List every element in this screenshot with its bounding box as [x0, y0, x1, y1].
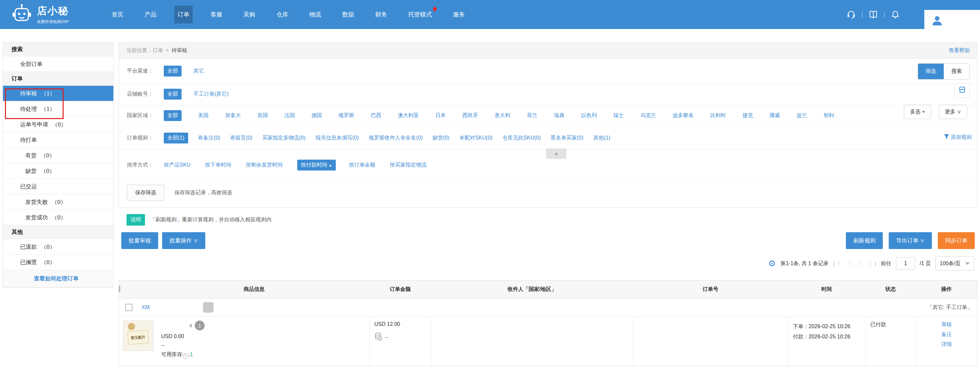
sort-option[interactable]: 按付款时间▲ — [297, 160, 336, 171]
country-option[interactable]: 俄罗斯 — [339, 112, 354, 119]
sidebar-item[interactable]: 发货失败 （0） — [3, 194, 113, 210]
country-option[interactable]: 瑞典 — [554, 112, 565, 119]
sidebar-item[interactable]: 已交运 — [3, 179, 113, 194]
toggle-filter[interactable]: 筛选 — [918, 64, 944, 79]
rule-option[interactable]: 全部(1) — [164, 132, 188, 144]
nav-item[interactable]: 服务 — [450, 6, 468, 24]
country-option[interactable]: 全部 — [164, 110, 181, 121]
country-option[interactable]: 比利时 — [710, 112, 726, 119]
country-option[interactable]: 以色列 — [581, 112, 597, 119]
platform-option[interactable]: 全部 — [164, 65, 181, 77]
multi-select-button[interactable]: 多选 + — [904, 105, 931, 119]
country-option[interactable]: 美国 — [198, 112, 208, 119]
operation-link[interactable]: 详情 — [942, 341, 952, 348]
nav-item[interactable]: 客服 — [207, 6, 226, 24]
headset-icon[interactable] — [846, 10, 856, 19]
sidebar-item[interactable]: 待审核 （1） — [3, 86, 113, 101]
sync-orders-button[interactable]: 同步订单 — [938, 232, 975, 249]
nav-item[interactable]: 首页 — [108, 6, 127, 24]
save-filter-button[interactable]: 保存筛选 — [127, 185, 164, 201]
nav-item[interactable]: 托管模式 — [405, 6, 435, 24]
country-option[interactable]: 巴西 — [371, 112, 381, 119]
export-orders-button[interactable]: 导出订单 ∨ — [889, 232, 932, 249]
sort-option[interactable]: 按产品SKU — [164, 161, 192, 169]
country-option[interactable]: 意大利 — [495, 112, 511, 119]
sidebar-item[interactable]: 发货成功 （0） — [3, 210, 113, 225]
more-countries-button[interactable]: 更多 ∨ — [939, 105, 967, 119]
country-option[interactable]: 德国 — [312, 112, 322, 119]
country-option[interactable]: 荷兰 — [527, 112, 538, 119]
rule-option[interactable]: 黑名单买家(0) — [550, 134, 584, 142]
rule-option[interactable]: 有备注(0) — [198, 134, 220, 142]
country-option[interactable]: 加拿大 — [225, 112, 241, 119]
operation-link[interactable]: 备注 — [942, 331, 952, 338]
platform-option[interactable]: 其它 — [193, 68, 204, 75]
rule-option[interactable]: 其他(1) — [593, 134, 610, 142]
batch-operations-button[interactable]: 批量操作 ∨ — [162, 232, 205, 249]
nav-item[interactable]: 数据 — [339, 6, 358, 24]
sort-option[interactable]: 按剩余发货时间 — [246, 161, 284, 169]
rule-option[interactable]: 有留言(0) — [230, 134, 252, 142]
rule-option[interactable]: 俄罗斯收件人非全名(0) — [369, 134, 423, 142]
sidebar-item[interactable]: 有货 （0） — [3, 148, 113, 163]
bell-icon[interactable] — [890, 10, 900, 19]
sort-option[interactable]: 按订单金额 — [349, 161, 377, 169]
help-circle-icon[interactable]: ? — [183, 353, 188, 359]
select-all-checkbox[interactable] — [119, 286, 120, 292]
sort-option[interactable]: 按下单时间 — [205, 161, 233, 169]
shop-option[interactable]: 全部 — [164, 89, 181, 100]
first-page-button[interactable]: |〈 — [833, 260, 840, 268]
rule-option[interactable]: 未配对SKU(0) — [459, 134, 492, 142]
sidebar-item[interactable]: 已退款 （0） — [3, 239, 113, 255]
batch-review-button[interactable]: 批量审核 — [121, 232, 158, 249]
shop-name-link[interactable]: XM — [142, 305, 150, 310]
rule-option[interactable]: 缺货(0) — [432, 134, 449, 142]
sidebar-item[interactable]: 查看如何处理订单 — [3, 270, 113, 287]
settings-gear-icon[interactable]: ⚙ — [768, 259, 776, 268]
shop-view-button[interactable] — [955, 83, 970, 97]
product-thumbnail[interactable]: 暂无图片 — [123, 321, 153, 351]
sort-option[interactable]: 按买家指定物流 — [390, 161, 428, 169]
view-help-link[interactable]: 查看帮助 — [949, 47, 970, 54]
sidebar-item[interactable]: 缺货 （0） — [3, 163, 113, 179]
prev-page-button[interactable]: 〈 — [846, 260, 852, 268]
country-option[interactable]: 乌克兰 — [640, 112, 656, 119]
last-page-button[interactable]: 〉| — [869, 260, 876, 268]
rule-option[interactable]: 买家指定多物流(0) — [262, 134, 306, 142]
country-option[interactable]: 法国 — [285, 112, 295, 119]
user-account-panel[interactable] — [924, 10, 980, 33]
country-option[interactable]: 波兰 — [797, 112, 807, 119]
sidebar-item[interactable]: 全部订单 — [3, 56, 113, 72]
country-option[interactable]: 挪威 — [770, 112, 780, 119]
country-option[interactable]: 智利 — [824, 112, 834, 119]
country-option[interactable]: 澳大利亚 — [398, 112, 419, 119]
nav-item[interactable]: 订单 — [174, 6, 193, 24]
breadcrumb-parent[interactable]: 订单 — [153, 47, 163, 54]
refresh-rules-button[interactable]: 刷新规则 — [846, 232, 883, 249]
country-option[interactable]: 波多黎各 — [673, 112, 694, 119]
nav-item[interactable]: 物流 — [306, 6, 325, 24]
sidebar-item[interactable]: 已搁置 （0） — [3, 255, 113, 270]
sidebar-item[interactable]: 待处理 （1） — [3, 101, 113, 117]
rule-option[interactable]: 报关信息未填写(0) — [315, 134, 359, 142]
operation-link[interactable]: 审核 — [942, 321, 952, 328]
logo[interactable]: 店小秘 免费跨境电商ERP — [11, 3, 69, 26]
country-option[interactable]: 日本 — [435, 112, 446, 119]
rule-option[interactable]: 仓库无此SKU(0) — [502, 134, 541, 142]
next-page-button[interactable]: 〉 — [858, 260, 863, 268]
docs-book-icon[interactable] — [868, 10, 878, 19]
country-option[interactable]: 捷克 — [742, 112, 753, 119]
shop-option[interactable]: 手工订单(其它) — [193, 91, 229, 97]
country-option[interactable]: 西班牙 — [462, 112, 478, 119]
group-checkbox[interactable] — [125, 304, 132, 311]
page-number-input[interactable] — [896, 257, 915, 270]
nav-item[interactable]: 采购 — [240, 6, 259, 24]
sidebar-item[interactable]: 运单号申请 （0） — [3, 117, 113, 132]
page-size-select[interactable]: 100条/页 — [935, 257, 974, 270]
add-rule-button[interactable]: 添加规则 — [944, 134, 972, 141]
nav-item[interactable]: 仓库 — [273, 6, 292, 24]
nav-item[interactable]: 财务 — [372, 6, 390, 24]
nav-item[interactable]: 产品 — [142, 6, 160, 24]
country-option[interactable]: 英国 — [257, 112, 268, 119]
sidebar-item[interactable]: 待打单 — [3, 132, 113, 148]
